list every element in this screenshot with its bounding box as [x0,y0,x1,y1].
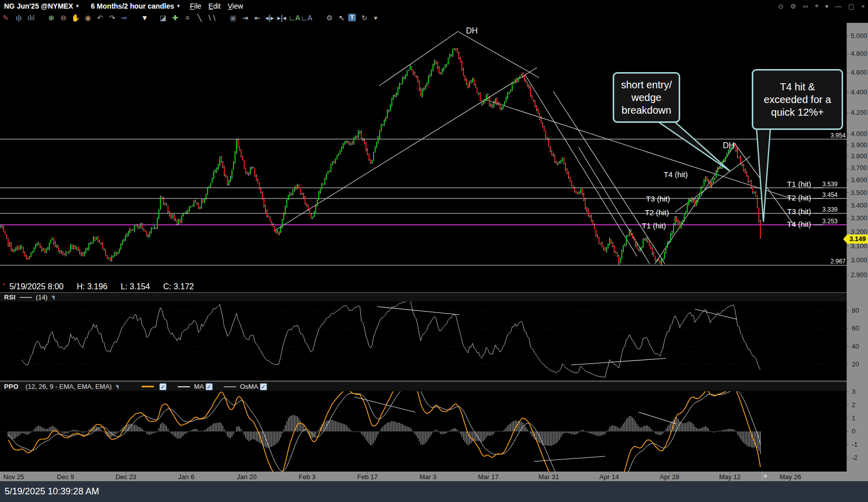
ppo-param: (12, 26, 9 - EMA, EMA, EMA) [25,383,112,390]
divergent-high-label: DH [466,26,478,36]
price-axis-tick: 4.400 [851,88,867,96]
timeframe-dropdown-icon: ▼ [176,4,181,9]
shift-right-icon[interactable]: ⇥ [240,13,251,23]
pin-icon[interactable]: ⌖ [815,2,818,10]
ppo-axis-tick: 3 [852,388,855,395]
close-icon[interactable]: × [861,3,865,10]
zoom-out-icon[interactable]: ⊖ [58,13,69,23]
menu-file[interactable]: File [190,2,202,10]
symbol-dropdown-icon: ▼ [75,4,80,9]
price-axis-tick: 3.400 [851,202,867,209]
callout-text-line: T4 hit & [753,81,842,93]
menu-view[interactable]: View [228,2,243,10]
ppo-title: PPO [4,383,18,390]
expand-bars-icon[interactable]: ◂|▸ [264,13,275,23]
target-label-right: T3 (hit) [787,207,811,216]
alerts-icon[interactable]: ⊙ [778,3,784,10]
bar-chart-icon[interactable]: ılıl [25,13,37,23]
menu-edit[interactable]: Edit [209,2,221,10]
ohlc-datetime: 5/19/2025 8:00 [9,282,63,291]
redo-icon[interactable]: ↷ [107,13,118,23]
multi-trendline-icon[interactable]: ∖∖ [206,13,217,23]
ppo-legend-checkbox[interactable]: ✓ [260,383,267,390]
link-icon[interactable]: ∾ [803,3,808,10]
ohlc-high: H: 3.196 [77,282,107,291]
auto-scale-icon[interactable]: ∟A [288,13,299,23]
draw-pencil-icon[interactable]: ✎ [0,13,11,23]
symbol-label: NG Jun'25 @NYMEX [4,2,73,10]
refresh-icon[interactable]: ↻ [359,13,370,23]
ppo-axis-tick: 1 [852,414,855,422]
rsi-title: RSI [4,293,16,301]
fixed-scale-icon[interactable]: ∟A [301,13,312,23]
callout-text-line: quick 12%+ [753,106,842,119]
ppo-legend-label: MA [194,383,204,390]
ppo-cursor-icon[interactable] [115,384,120,390]
ppo-legend-label: OsMA [240,383,258,390]
add-study-icon[interactable]: ✚ [170,13,181,23]
price-axis-tick: 3.700 [851,164,867,172]
undo-icon[interactable]: ↶ [94,13,106,23]
ppo-legend-item: OsMA✓ [220,383,269,390]
ohlc-low: L: 3.154 [121,282,150,291]
chart-canvas[interactable] [0,0,868,502]
bar-close-marker-icon: × [2,281,5,290]
snapshot-icon[interactable]: ◪ [157,13,169,23]
settings-gear-icon[interactable]: ⚙ [790,3,796,10]
pointer-mode-icon[interactable]: ▼ [139,13,150,23]
price-axis-tick: 3.300 [851,214,867,222]
date-axis-tick: Nov 25 [3,473,24,481]
date-axis-tick: Feb 17 [357,473,378,481]
refresh-menu-icon[interactable]: ▾ [370,13,381,23]
ppo-axis-tick: -2 [852,454,858,461]
minimize-icon[interactable]: — [835,3,842,10]
symbol-selector[interactable]: NG Jun'25 @NYMEX ▼ [4,2,80,10]
date-axis-tick: Mar 17 [478,473,498,481]
text-tool-icon[interactable]: T [348,14,356,21]
date-axis-tick: May 12 [719,473,741,481]
compress-bars-icon[interactable]: ▸|◂ [276,13,287,23]
callout-annotation[interactable]: T4 hit &exceeded for aquick 12%+ [752,69,843,130]
ohlc-close: C: 3.172 [163,282,194,291]
target-label-right: T1 (hit) [787,180,811,188]
jump-to-icon[interactable]: ⇨ [119,13,130,23]
date-axis-tick: Jan 6 [178,473,194,481]
price-axis-tick: 4.800 [851,50,867,57]
pan-hand-icon[interactable]: ✋ [70,13,81,23]
rectangle-tool-icon[interactable]: ▣ [227,13,239,23]
ppo-axis-tick: 0 [852,427,855,435]
candlestick-chart-icon[interactable]: ı|ı [13,13,24,23]
date-axis-tick: Apr 14 [599,473,619,481]
callout-annotation[interactable]: short entry/wedgebreakdown [613,72,680,123]
clock-text: 5/19/2025 10:39:28 AM [5,486,99,497]
level-price-label: 3.454 [822,191,838,198]
ppo-header: PPO (12, 26, 9 - EMA, EMA, EMA) ✓MA✓OsMA… [0,382,847,391]
drawing-toolbar: ✎ı|ıılıl⊕⊖✋◉↶↷⇨▼◪✚≡╲∖∖▣⇥⇤◂|▸▸|◂∟A∟A⚙↖T↻▾ [0,12,868,23]
crosshair-icon[interactable]: ◉ [82,13,93,23]
shift-left-icon[interactable]: ⇤ [252,13,263,23]
target-label-left: T2 (hit) [645,208,669,217]
date-axis-tick: May 26 [780,473,802,481]
callout-text-line: wedge [614,91,679,104]
callout-text-line: exceeded for a [753,93,842,106]
ppo-legend-checkbox[interactable]: ✓ [206,383,213,390]
trendline-tool-icon[interactable]: ╲ [194,13,205,23]
pin-menu-icon[interactable]: ▾ [825,3,829,10]
maximize-icon[interactable]: ▢ [848,3,854,10]
rsi-cursor-icon[interactable] [51,294,56,300]
date-axis-tick: Feb 3 [298,473,315,481]
date-axis-tick: Mar 31 [539,473,559,481]
date-axis-tick: Apr 28 [660,473,679,481]
chart-settings-wrench-icon[interactable]: ⚙ [324,13,335,23]
cursor-tool-icon[interactable]: ↖ [336,13,347,23]
ppo-legend: ✓MA✓OsMA✓ [132,383,269,390]
target-label-left: T1 (hit) [642,221,666,230]
charting-application-window: { "window": { "symbol": "NG Jun'25 @NYME… [0,0,868,502]
ppo-legend-checkbox[interactable]: ✓ [159,383,166,390]
zoom-in-icon[interactable]: ⊕ [46,13,57,23]
level-price-label: 3.253 [822,218,838,225]
window-controls: ⊙⚙∾⌖▾—▢× [778,2,865,10]
ppo-legend-line-sample [178,386,190,387]
timeframe-selector[interactable]: 6 Months/2 hour candles ▼ [91,2,181,10]
price-levels-icon[interactable]: ≡ [182,13,193,23]
